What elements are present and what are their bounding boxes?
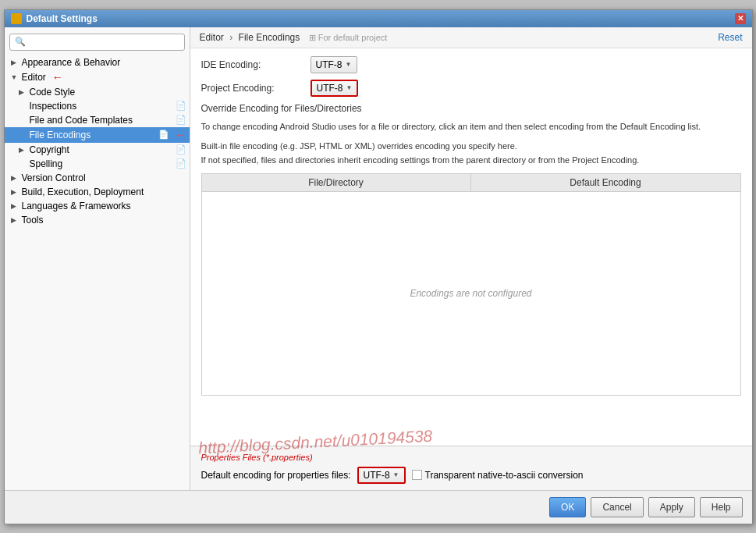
sidebar-item-label: Version Control [22, 172, 86, 183]
ide-encoding-label: IDE Encoding: [201, 59, 311, 70]
window-title: Default Settings [27, 13, 98, 24]
sidebar-item-version-control[interactable]: ▶ Version Control [5, 171, 190, 185]
sidebar-item-label: Inspections [30, 101, 77, 112]
title-bar: Default Settings ✕ [5, 10, 752, 27]
description-2: Built-in file encoding (e.g. JSP, HTML o… [201, 140, 741, 167]
sidebar-item-languages-frameworks[interactable]: ▶ Languages & Frameworks [5, 199, 190, 213]
close-button[interactable]: ✕ [735, 13, 746, 24]
breadcrumb-editor: Editor [200, 32, 224, 43]
sidebar-item-label: Editor [22, 72, 46, 83]
sidebar-item-label: File and Code Templates [30, 115, 133, 126]
transparent-checkbox-container: Transparent native-to-ascii conversion [412, 470, 584, 481]
panel-header: Editor › File Encodings ⊞ For default pr… [190, 27, 752, 48]
cancel-button[interactable]: Cancel [591, 497, 643, 517]
ok-button[interactable]: OK [549, 497, 586, 517]
override-section-title: Override Encoding for Files/Directories [201, 103, 741, 114]
expand-arrow: ▶ [19, 88, 27, 96]
sidebar-item-file-encodings[interactable]: File Encodings 📄 ← [5, 127, 190, 143]
bottom-section: Properties Files (*.properties) Default … [190, 446, 752, 490]
sidebar-item-inspections[interactable]: Inspections 📄 [5, 99, 190, 113]
sidebar-item-tools[interactable]: ▶ Tools [5, 213, 190, 227]
expand-arrow: ▶ [11, 202, 19, 210]
transparent-checkbox[interactable] [412, 470, 422, 480]
sidebar-item-file-code-templates[interactable]: File and Code Templates 📄 [5, 113, 190, 127]
properties-encoding-value: UTF-8 [364, 470, 390, 481]
doc-icon: 📄 [176, 101, 186, 111]
dropdown-arrow-icon: ▼ [346, 84, 353, 91]
col-file-directory: File/Directory [202, 174, 471, 191]
help-button[interactable]: Help [700, 497, 743, 517]
desc3-text: If not specified, files and directories … [201, 155, 640, 165]
sidebar-item-editor[interactable]: ▼ Editor ← [5, 69, 190, 85]
content-area: 🔍 ▶ Appearance & Behavior ▼ Editor ← ▶ C… [5, 27, 752, 490]
properties-encoding-dropdown[interactable]: UTF-8 ▼ [357, 467, 406, 484]
sidebar-item-label: Build, Execution, Deployment [22, 187, 144, 197]
search-box[interactable]: 🔍 [9, 34, 185, 51]
sidebar-item-label: Code Style [30, 87, 76, 98]
sidebar-item-spelling[interactable]: Spelling 📄 [5, 157, 190, 171]
sidebar-item-label: Appearance & Behavior [22, 57, 121, 68]
bottom-bar: OK Cancel Apply Help [5, 490, 752, 524]
sidebar-item-build-execution[interactable]: ▶ Build, Execution, Deployment [5, 185, 190, 199]
sidebar-item-label: Copyright [30, 144, 69, 155]
ide-encoding-dropdown[interactable]: UTF-8 ▼ [311, 56, 357, 73]
search-icon: 🔍 [15, 37, 26, 47]
sidebar-item-label: Languages & Frameworks [22, 201, 131, 211]
table-body-empty: Encodings are not configured [202, 192, 740, 395]
sidebar-item-label: Tools [22, 215, 44, 226]
properties-label: Properties Files (*.properties) [201, 453, 741, 462]
breadcrumb-sep: › [229, 32, 232, 43]
sidebar-item-code-style[interactable]: ▶ Code Style [5, 85, 190, 99]
transparent-label: Transparent native-to-ascii conversion [425, 470, 584, 481]
project-encoding-label: Project Encoding: [201, 83, 311, 94]
for-default-label: ⊞ For default project [309, 33, 388, 42]
expand-arrow: ▼ [11, 73, 19, 81]
main-content-wrapper: IDE Encoding: UTF-8 ▼ Project Encoding: … [190, 48, 752, 490]
apply-button[interactable]: Apply [648, 497, 695, 517]
doc-icon: 📄 [176, 115, 186, 125]
ide-encoding-row: IDE Encoding: UTF-8 ▼ [201, 56, 741, 73]
dropdown-arrow-icon: ▼ [346, 61, 352, 68]
encoding-row: Default encoding for properties files: U… [201, 467, 741, 484]
breadcrumb: Editor › File Encodings ⊞ For default pr… [200, 32, 388, 43]
doc-icon: 📄 [176, 158, 186, 169]
col-default-encoding: Default Encoding [471, 174, 740, 191]
encodings-table: File/Directory Default Encoding Encoding… [201, 173, 741, 396]
doc-icon: 📄 [176, 144, 186, 155]
doc-icon: 📄 [158, 130, 169, 140]
reset-link[interactable]: Reset [718, 32, 742, 43]
expand-arrow: ▶ [11, 174, 19, 182]
expand-arrow: ▶ [11, 188, 19, 196]
sidebar-item-label: Spelling [30, 158, 63, 169]
main-panel: Editor › File Encodings ⊞ For default pr… [190, 27, 752, 490]
settings-window: Default Settings ✕ 🔍 ▶ Appearance & Beha… [4, 9, 753, 524]
breadcrumb-page: File Encodings [239, 32, 300, 43]
description-1: To change encoding Android Studio uses f… [201, 120, 741, 134]
search-input[interactable] [26, 37, 179, 47]
expand-arrow: ▶ [19, 146, 27, 154]
panel-content: IDE Encoding: UTF-8 ▼ Project Encoding: … [190, 48, 752, 446]
annotation-arrow: ← [176, 129, 186, 141]
expand-arrow: ▶ [11, 59, 19, 66]
table-header: File/Directory Default Encoding [202, 174, 740, 192]
desc2-text: Built-in file encoding (e.g. JSP, HTML o… [201, 141, 517, 151]
expand-arrow: ▶ [11, 216, 19, 224]
project-encoding-row: Project Encoding: UTF-8 ▼ [201, 80, 741, 97]
project-encoding-value: UTF-8 [317, 83, 343, 94]
default-encoding-label: Default encoding for properties files: [201, 470, 351, 481]
app-icon [11, 13, 22, 24]
table-empty-message: Encodings are not configured [410, 288, 531, 299]
sidebar-item-copyright[interactable]: ▶ Copyright 📄 [5, 143, 190, 157]
sidebar-item-label: File Encodings [30, 130, 91, 140]
title-bar-left: Default Settings [11, 13, 98, 24]
ide-encoding-value: UTF-8 [316, 59, 343, 70]
project-encoding-dropdown[interactable]: UTF-8 ▼ [311, 80, 359, 97]
sidebar-item-appearance[interactable]: ▶ Appearance & Behavior [5, 55, 190, 69]
dropdown-arrow-icon: ▼ [393, 471, 399, 478]
sidebar: 🔍 ▶ Appearance & Behavior ▼ Editor ← ▶ C… [5, 27, 190, 490]
annotation-arrow: ← [52, 71, 63, 84]
